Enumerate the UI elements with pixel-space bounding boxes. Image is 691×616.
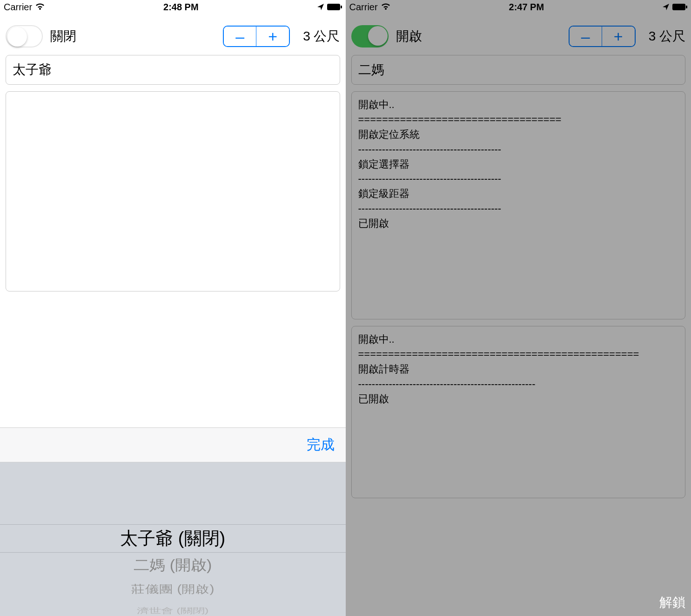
controls-row: 開啟 – + 3 公尺 xyxy=(346,14,691,55)
log-box-2: 開啟中.. ==================================… xyxy=(351,326,686,498)
toggle-label: 開啟 xyxy=(396,27,561,45)
status-bar: Carrier 2:48 PM xyxy=(0,0,346,14)
wifi-icon xyxy=(381,3,391,11)
controls-row: 關閉 – + 3 公尺 xyxy=(0,14,346,55)
item-selector-value: 太子爺 xyxy=(13,62,52,77)
picker-sheet: 完成 太子爺 (關閉) 二媽 (開啟) 莊儀團 (開啟) 濟世會 (關閉) xyxy=(0,427,346,616)
carrier-label: Carrier xyxy=(4,2,32,13)
toggle-label: 關閉 xyxy=(50,27,215,45)
distance-label: 3 公尺 xyxy=(297,27,340,45)
battery-icon xyxy=(672,4,687,10)
picker-wheel[interactable]: 太子爺 (關閉) 二媽 (開啟) 莊儀團 (開啟) 濟世會 (關閉) xyxy=(0,462,346,616)
distance-stepper: – + xyxy=(569,26,636,47)
battery-icon xyxy=(327,4,342,10)
distance-label: 3 公尺 xyxy=(643,27,685,45)
picker-option[interactable]: 太子爺 (關閉) xyxy=(0,524,346,553)
svg-rect-0 xyxy=(327,4,340,10)
status-time: 2:48 PM xyxy=(163,2,199,13)
wifi-icon xyxy=(35,3,45,11)
stepper-minus-button[interactable]: – xyxy=(224,27,256,46)
location-icon xyxy=(317,3,324,11)
screen-right: Carrier 2:47 PM 開啟 xyxy=(346,0,691,616)
picker-option[interactable]: 莊儀團 (開啟) xyxy=(0,580,346,598)
picker-done-button[interactable]: 完成 xyxy=(307,435,335,454)
status-bar: Carrier 2:47 PM xyxy=(346,0,691,14)
toggle-switch[interactable] xyxy=(6,25,43,47)
picker-toolbar: 完成 xyxy=(0,427,346,462)
svg-rect-3 xyxy=(686,6,687,8)
picker-option[interactable]: 二媽 (開啟) xyxy=(0,554,346,577)
stepper-minus-button[interactable]: – xyxy=(570,27,602,46)
location-icon xyxy=(662,3,670,11)
screen-left: Carrier 2:48 PM 關閉 xyxy=(0,0,346,616)
stepper-plus-button[interactable]: + xyxy=(256,27,289,46)
item-selector-value: 二媽 xyxy=(358,62,384,77)
svg-rect-2 xyxy=(672,4,685,10)
log-box-1 xyxy=(6,91,340,291)
item-selector[interactable]: 太子爺 xyxy=(6,55,340,85)
log-box-1: 開啟中.. ==================================… xyxy=(351,91,686,319)
item-selector[interactable]: 二媽 xyxy=(351,55,686,85)
svg-rect-1 xyxy=(341,6,342,8)
unlock-button[interactable]: 解鎖 xyxy=(659,594,685,611)
toggle-switch[interactable] xyxy=(351,25,389,47)
stepper-plus-button[interactable]: + xyxy=(602,27,635,46)
picker-option[interactable]: 濟世會 (關閉) xyxy=(0,605,346,616)
status-time: 2:47 PM xyxy=(509,2,544,13)
distance-stepper: – + xyxy=(223,26,290,47)
carrier-label: Carrier xyxy=(349,2,378,13)
